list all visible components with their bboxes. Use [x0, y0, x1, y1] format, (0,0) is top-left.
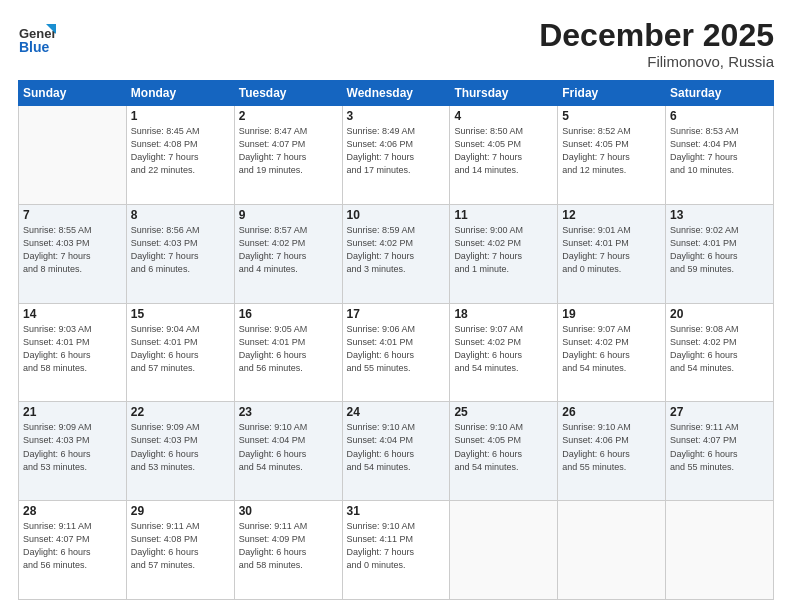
day-info: Sunrise: 9:10 AMSunset: 4:04 PMDaylight:…	[239, 421, 338, 473]
day-info: Sunrise: 9:00 AMSunset: 4:02 PMDaylight:…	[454, 224, 553, 276]
day-number: 20	[670, 307, 769, 321]
day-number: 16	[239, 307, 338, 321]
table-row: 6Sunrise: 8:53 AMSunset: 4:04 PMDaylight…	[666, 106, 774, 205]
title-block: December 2025 Filimonovo, Russia	[539, 18, 774, 70]
day-info: Sunrise: 8:49 AMSunset: 4:06 PMDaylight:…	[347, 125, 446, 177]
col-thursday: Thursday	[450, 81, 558, 106]
day-info: Sunrise: 8:47 AMSunset: 4:07 PMDaylight:…	[239, 125, 338, 177]
day-info: Sunrise: 9:11 AMSunset: 4:09 PMDaylight:…	[239, 520, 338, 572]
table-row: 23Sunrise: 9:10 AMSunset: 4:04 PMDayligh…	[234, 402, 342, 501]
logo-icon: General Blue	[18, 18, 56, 56]
day-info: Sunrise: 9:10 AMSunset: 4:04 PMDaylight:…	[347, 421, 446, 473]
table-row: 1Sunrise: 8:45 AMSunset: 4:08 PMDaylight…	[126, 106, 234, 205]
col-monday: Monday	[126, 81, 234, 106]
header: General Blue December 2025 Filimonovo, R…	[18, 18, 774, 70]
month-title: December 2025	[539, 18, 774, 53]
day-number: 15	[131, 307, 230, 321]
table-row: 22Sunrise: 9:09 AMSunset: 4:03 PMDayligh…	[126, 402, 234, 501]
day-info: Sunrise: 9:11 AMSunset: 4:07 PMDaylight:…	[670, 421, 769, 473]
day-number: 11	[454, 208, 553, 222]
header-row: Sunday Monday Tuesday Wednesday Thursday…	[19, 81, 774, 106]
table-row: 27Sunrise: 9:11 AMSunset: 4:07 PMDayligh…	[666, 402, 774, 501]
calendar-week-row: 21Sunrise: 9:09 AMSunset: 4:03 PMDayligh…	[19, 402, 774, 501]
day-number: 14	[23, 307, 122, 321]
day-number: 23	[239, 405, 338, 419]
day-number: 1	[131, 109, 230, 123]
day-number: 28	[23, 504, 122, 518]
day-info: Sunrise: 8:59 AMSunset: 4:02 PMDaylight:…	[347, 224, 446, 276]
day-number: 7	[23, 208, 122, 222]
day-number: 22	[131, 405, 230, 419]
day-info: Sunrise: 9:03 AMSunset: 4:01 PMDaylight:…	[23, 323, 122, 375]
day-number: 10	[347, 208, 446, 222]
day-number: 9	[239, 208, 338, 222]
table-row: 29Sunrise: 9:11 AMSunset: 4:08 PMDayligh…	[126, 501, 234, 600]
day-info: Sunrise: 8:56 AMSunset: 4:03 PMDaylight:…	[131, 224, 230, 276]
table-row: 4Sunrise: 8:50 AMSunset: 4:05 PMDaylight…	[450, 106, 558, 205]
table-row: 21Sunrise: 9:09 AMSunset: 4:03 PMDayligh…	[19, 402, 127, 501]
calendar-week-row: 7Sunrise: 8:55 AMSunset: 4:03 PMDaylight…	[19, 204, 774, 303]
table-row: 24Sunrise: 9:10 AMSunset: 4:04 PMDayligh…	[342, 402, 450, 501]
day-info: Sunrise: 8:50 AMSunset: 4:05 PMDaylight:…	[454, 125, 553, 177]
table-row: 13Sunrise: 9:02 AMSunset: 4:01 PMDayligh…	[666, 204, 774, 303]
day-info: Sunrise: 9:06 AMSunset: 4:01 PMDaylight:…	[347, 323, 446, 375]
table-row: 26Sunrise: 9:10 AMSunset: 4:06 PMDayligh…	[558, 402, 666, 501]
table-row: 31Sunrise: 9:10 AMSunset: 4:11 PMDayligh…	[342, 501, 450, 600]
day-info: Sunrise: 8:52 AMSunset: 4:05 PMDaylight:…	[562, 125, 661, 177]
day-number: 25	[454, 405, 553, 419]
day-info: Sunrise: 9:09 AMSunset: 4:03 PMDaylight:…	[23, 421, 122, 473]
calendar-week-row: 1Sunrise: 8:45 AMSunset: 4:08 PMDaylight…	[19, 106, 774, 205]
day-number: 6	[670, 109, 769, 123]
day-info: Sunrise: 9:07 AMSunset: 4:02 PMDaylight:…	[562, 323, 661, 375]
col-wednesday: Wednesday	[342, 81, 450, 106]
col-friday: Friday	[558, 81, 666, 106]
table-row: 7Sunrise: 8:55 AMSunset: 4:03 PMDaylight…	[19, 204, 127, 303]
table-row: 16Sunrise: 9:05 AMSunset: 4:01 PMDayligh…	[234, 303, 342, 402]
day-number: 27	[670, 405, 769, 419]
day-info: Sunrise: 8:57 AMSunset: 4:02 PMDaylight:…	[239, 224, 338, 276]
day-number: 18	[454, 307, 553, 321]
day-info: Sunrise: 9:04 AMSunset: 4:01 PMDaylight:…	[131, 323, 230, 375]
calendar-week-row: 28Sunrise: 9:11 AMSunset: 4:07 PMDayligh…	[19, 501, 774, 600]
table-row: 9Sunrise: 8:57 AMSunset: 4:02 PMDaylight…	[234, 204, 342, 303]
col-sunday: Sunday	[19, 81, 127, 106]
day-info: Sunrise: 9:08 AMSunset: 4:02 PMDaylight:…	[670, 323, 769, 375]
day-info: Sunrise: 8:53 AMSunset: 4:04 PMDaylight:…	[670, 125, 769, 177]
day-number: 3	[347, 109, 446, 123]
table-row: 5Sunrise: 8:52 AMSunset: 4:05 PMDaylight…	[558, 106, 666, 205]
logo: General Blue	[18, 18, 56, 56]
table-row: 10Sunrise: 8:59 AMSunset: 4:02 PMDayligh…	[342, 204, 450, 303]
day-number: 2	[239, 109, 338, 123]
calendar-table: Sunday Monday Tuesday Wednesday Thursday…	[18, 80, 774, 600]
col-tuesday: Tuesday	[234, 81, 342, 106]
svg-text:Blue: Blue	[19, 39, 50, 55]
table-row: 14Sunrise: 9:03 AMSunset: 4:01 PMDayligh…	[19, 303, 127, 402]
day-info: Sunrise: 9:09 AMSunset: 4:03 PMDaylight:…	[131, 421, 230, 473]
table-row: 11Sunrise: 9:00 AMSunset: 4:02 PMDayligh…	[450, 204, 558, 303]
day-number: 5	[562, 109, 661, 123]
day-number: 4	[454, 109, 553, 123]
col-saturday: Saturday	[666, 81, 774, 106]
day-info: Sunrise: 9:07 AMSunset: 4:02 PMDaylight:…	[454, 323, 553, 375]
table-row: 18Sunrise: 9:07 AMSunset: 4:02 PMDayligh…	[450, 303, 558, 402]
day-number: 13	[670, 208, 769, 222]
table-row	[450, 501, 558, 600]
table-row: 8Sunrise: 8:56 AMSunset: 4:03 PMDaylight…	[126, 204, 234, 303]
day-info: Sunrise: 9:11 AMSunset: 4:07 PMDaylight:…	[23, 520, 122, 572]
day-info: Sunrise: 9:10 AMSunset: 4:05 PMDaylight:…	[454, 421, 553, 473]
table-row: 12Sunrise: 9:01 AMSunset: 4:01 PMDayligh…	[558, 204, 666, 303]
table-row	[666, 501, 774, 600]
table-row: 15Sunrise: 9:04 AMSunset: 4:01 PMDayligh…	[126, 303, 234, 402]
day-info: Sunrise: 8:45 AMSunset: 4:08 PMDaylight:…	[131, 125, 230, 177]
calendar-week-row: 14Sunrise: 9:03 AMSunset: 4:01 PMDayligh…	[19, 303, 774, 402]
table-row: 20Sunrise: 9:08 AMSunset: 4:02 PMDayligh…	[666, 303, 774, 402]
day-number: 21	[23, 405, 122, 419]
day-info: Sunrise: 9:10 AMSunset: 4:06 PMDaylight:…	[562, 421, 661, 473]
table-row: 30Sunrise: 9:11 AMSunset: 4:09 PMDayligh…	[234, 501, 342, 600]
day-info: Sunrise: 8:55 AMSunset: 4:03 PMDaylight:…	[23, 224, 122, 276]
day-info: Sunrise: 9:10 AMSunset: 4:11 PMDaylight:…	[347, 520, 446, 572]
day-number: 19	[562, 307, 661, 321]
day-number: 30	[239, 504, 338, 518]
table-row: 28Sunrise: 9:11 AMSunset: 4:07 PMDayligh…	[19, 501, 127, 600]
table-row: 2Sunrise: 8:47 AMSunset: 4:07 PMDaylight…	[234, 106, 342, 205]
